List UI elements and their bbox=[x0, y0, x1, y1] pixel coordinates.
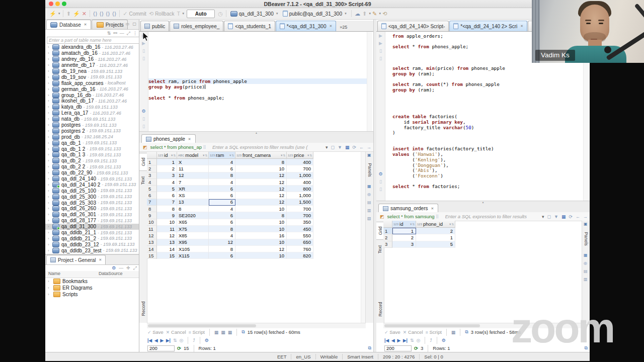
cell-front_camera[interactable]: 10 bbox=[235, 226, 287, 232]
grid-row[interactable]: 1111X75810450 bbox=[147, 226, 313, 232]
tab-project-general[interactable]: Project - General✕ bbox=[46, 255, 106, 264]
table-filter-input[interactable]: Enter a part of table name here bbox=[47, 37, 139, 44]
chevron-down-icon[interactable]: ▼ bbox=[58, 12, 61, 15]
editor-tab--qa-ddl-24-140-2-Scri[interactable]: *<qa_ddl_24_140 2> Scri✕ bbox=[449, 21, 527, 31]
cell-price[interactable]: 550 bbox=[287, 232, 313, 239]
grid-row[interactable]: 11X48400 bbox=[147, 159, 313, 165]
db-connection-qa_ddldb_23_test[interactable]: ›qa_ddldb_23_test- 159.69.151.133 bbox=[45, 247, 139, 253]
rollback-button[interactable]: Rollback bbox=[155, 11, 174, 17]
expand-icon[interactable]: › bbox=[48, 57, 52, 61]
close-icon[interactable]: ✕ bbox=[329, 24, 332, 28]
cancel-button[interactable]: Cancel bbox=[408, 329, 423, 335]
db-connection-qa_db_22_90[interactable]: ›qa_db_22_90- 159.69.151.133 bbox=[45, 170, 139, 176]
new-connection-icon[interactable]: ⚡ bbox=[49, 11, 56, 17]
close-icon[interactable]: ✕ bbox=[188, 137, 191, 141]
delete-row-icon[interactable]: ▦ bbox=[228, 330, 232, 335]
tab-record[interactable]: Record bbox=[139, 297, 147, 321]
db-connection-qa_ddl_25_303[interactable]: ›qa_ddl_25_303- 159.69.151.133 bbox=[45, 200, 139, 206]
refresh-icon[interactable]: ⟲ bbox=[382, 11, 387, 17]
cell-ram[interactable]: 6 bbox=[209, 252, 235, 259]
expand-icon[interactable]: › bbox=[48, 87, 52, 92]
cell-ram[interactable]: 6 bbox=[209, 186, 235, 192]
cell-id[interactable]: 11 bbox=[157, 226, 177, 232]
cell-front_camera[interactable]: 12 bbox=[235, 199, 287, 206]
add-icon[interactable]: ✛ bbox=[126, 265, 130, 271]
cell-id[interactable]: 2 bbox=[392, 234, 416, 241]
db-connection-qa_db_1 2[interactable]: ›qa_db_1 2- 159.69.151.133 bbox=[45, 146, 139, 152]
code-line[interactable]: ) bbox=[392, 130, 584, 136]
cell-front_camera[interactable]: 10 bbox=[235, 252, 287, 259]
value-panel-icon[interactable]: ▦ bbox=[584, 253, 588, 257]
chevron-down-icon[interactable]: ▼ bbox=[368, 12, 371, 15]
chevron-down-icon[interactable]: ▾ bbox=[542, 214, 544, 219]
schema-selector[interactable]: public@qa_ddl_31_300▼ bbox=[283, 11, 347, 17]
cell-phone_id[interactable]: 2 bbox=[416, 228, 455, 234]
cell-id[interactable]: 15 bbox=[157, 252, 177, 259]
cell-id[interactable]: 10 bbox=[157, 219, 177, 226]
cell-id[interactable]: 3 bbox=[157, 172, 177, 179]
references-panel-icon[interactable]: ▥ bbox=[367, 208, 371, 213]
row-number[interactable]: 13 bbox=[147, 239, 157, 246]
row-number[interactable]: 8 bbox=[147, 206, 157, 212]
cell-ram[interactable]: 6 bbox=[209, 219, 235, 226]
cell-model[interactable]: X bbox=[177, 159, 209, 165]
cell-model[interactable]: 8 bbox=[177, 206, 209, 212]
column-header-price[interactable]: 123price▼⇅ bbox=[287, 152, 313, 159]
grid-corner[interactable] bbox=[383, 221, 392, 228]
column-name[interactable]: Name bbox=[45, 271, 99, 278]
expand-icon[interactable]: › bbox=[48, 195, 52, 199]
expand-icon[interactable]: › bbox=[48, 147, 52, 151]
grid-row[interactable]: 888410700 bbox=[147, 206, 313, 212]
db-connection-qa_db_2[interactable]: ›qa_db_2- 159.69.151.133 bbox=[45, 158, 139, 164]
db-connection-alexandra_db_16[interactable]: ›alexandra_db_16- 116.203.27.46 bbox=[45, 44, 139, 50]
last-page-icon[interactable]: ▶| bbox=[166, 338, 171, 343]
cell-front_camera[interactable]: 10 bbox=[235, 165, 287, 172]
db-connection-nata_db[interactable]: ›nata_db- 159.69.151.133 bbox=[45, 116, 139, 122]
cell-front_camera[interactable]: 8 bbox=[235, 159, 287, 165]
db-connection-qa_db_2 2[interactable]: ›qa_db_2 2- 159.69.151.133 bbox=[45, 164, 139, 170]
cell-id[interactable]: 14 bbox=[157, 246, 177, 252]
expand-icon[interactable]: › bbox=[48, 224, 52, 229]
cell-model[interactable]: X65 bbox=[177, 219, 209, 226]
expand-icon[interactable]: ⤢ bbox=[127, 31, 130, 36]
cell-ram[interactable]: 6 bbox=[209, 165, 235, 172]
cell-model[interactable]: X85 bbox=[177, 232, 209, 239]
panel-icon[interactable]: ▣ bbox=[367, 153, 371, 157]
cell-ram[interactable]: 6 bbox=[209, 199, 235, 206]
column-datasource[interactable]: DataSource bbox=[99, 271, 123, 278]
expand-icon[interactable]: › bbox=[48, 111, 52, 115]
execute-statement-icon[interactable]: ▶ bbox=[379, 34, 382, 38]
prev-page-icon[interactable]: ◀ bbox=[391, 338, 395, 343]
cell-price[interactable]: 350 bbox=[287, 219, 313, 226]
row-number[interactable]: 11 bbox=[147, 226, 157, 232]
script-output-icon[interactable]: ▯ bbox=[142, 117, 145, 121]
tab-text[interactable]: Text bbox=[139, 172, 147, 189]
fetch-size-input[interactable]: 200 bbox=[384, 345, 412, 351]
sql-editor-icon[interactable]: ⟨⟩ bbox=[93, 11, 98, 17]
expand-icon[interactable]: › bbox=[48, 201, 52, 205]
expand-icon[interactable]: › bbox=[48, 81, 52, 85]
expand-icon[interactable]: › bbox=[48, 189, 52, 193]
first-page-icon[interactable]: |◀ bbox=[384, 338, 389, 343]
last-page-icon[interactable]: ▶| bbox=[403, 338, 408, 343]
export-icon[interactable]: ⬆ bbox=[362, 11, 367, 17]
upload-icon[interactable]: ⬆ bbox=[66, 11, 71, 17]
disconnect-icon[interactable]: ✕ bbox=[82, 11, 87, 17]
collapse-all-icon[interactable]: ⇅ bbox=[107, 31, 111, 36]
row-number[interactable]: 14 bbox=[147, 246, 157, 252]
link-editor-icon[interactable]: ⚯ bbox=[113, 31, 117, 36]
grid-row[interactable]: 1212X85416550 bbox=[147, 232, 313, 239]
grid-row[interactable]: 2211610700 bbox=[147, 165, 313, 172]
recent-sql-icon[interactable]: ⟨⟩ bbox=[112, 11, 117, 17]
export-result-icon[interactable]: ▯ bbox=[379, 56, 382, 61]
gear-icon[interactable]: ⚙ bbox=[205, 338, 209, 343]
grid-corner[interactable] bbox=[147, 152, 157, 159]
grid-row[interactable]: 1010X65610350 bbox=[147, 219, 313, 226]
filter-expression-input[interactable]: Enter a SQL expression to filter results… bbox=[212, 144, 324, 150]
fetch-page-icon[interactable]: ⇅ bbox=[173, 338, 177, 343]
cell-ram[interactable]: 6 bbox=[209, 192, 235, 199]
db-connection-ikoshel_db_17[interactable]: ›ikoshel_db_17- 116.203.27.46 bbox=[45, 98, 139, 104]
db-connection-katya_db[interactable]: ›katya_db- 159.69.151.133 bbox=[45, 104, 139, 110]
expand-icon[interactable]: › bbox=[48, 183, 52, 187]
tab-grid[interactable]: Grid bbox=[139, 153, 147, 171]
